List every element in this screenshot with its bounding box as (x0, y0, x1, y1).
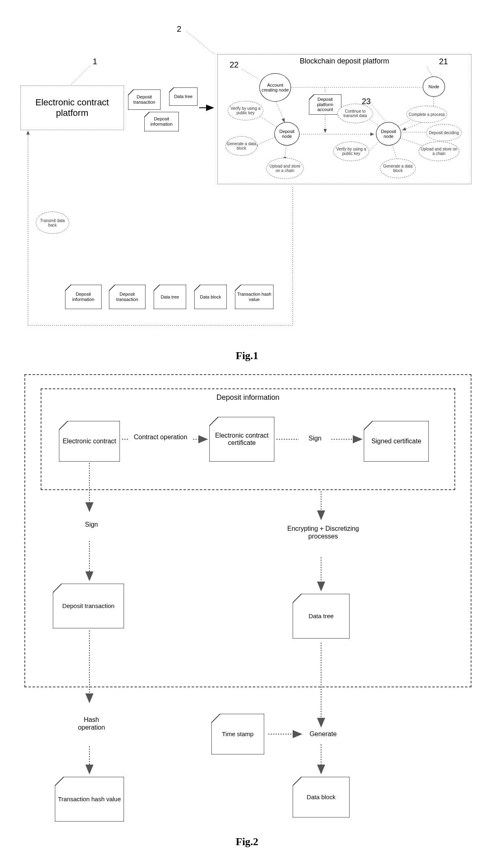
deposit-deciding-ellipse: Deposit deciding (426, 124, 462, 141)
f1-deposit-information: Deposit information (144, 112, 179, 131)
ret-di-label: Deposit information (67, 285, 100, 309)
hash-op-text: Hash operation (71, 716, 112, 731)
acn-label: Account creating node (260, 83, 291, 92)
ret-thash-label: Transaction hash value (237, 285, 272, 309)
ecp-label: Electronic contract platform (21, 97, 124, 119)
upload-r-label: Upload and store on a chain (419, 147, 459, 156)
dt2-label: Deposit transaction (54, 584, 122, 628)
sign-text: Sign (301, 434, 329, 442)
sc-label: Signed certificate (365, 421, 427, 462)
deposit-node-right: Deposit node (376, 122, 401, 146)
contract-operation-text: Contract operation (130, 433, 191, 441)
f1-dt-label: Deposit transaction (130, 89, 159, 110)
ret-dtree-label: Data tree (155, 285, 185, 309)
depnode-l-label: Deposit node (275, 129, 299, 139)
generate-text: Generate (305, 730, 341, 738)
th-label: Transaction hash value (56, 777, 122, 822)
f1-data-tree: Data tree (169, 87, 198, 106)
deposit-node-left: Deposit node (274, 122, 300, 146)
ecc-label: Electronic contract certificate (211, 417, 273, 462)
deposit-platform-account: Deposit platform account (309, 94, 341, 115)
upload-l-label: Upload and store on a chain (267, 164, 303, 173)
ret-dblock-label: Data block (196, 285, 225, 309)
gen-block-ellipse-right: Generate a data block (380, 159, 416, 178)
f1-deposit-transaction: Deposit transaction (128, 89, 161, 110)
dpa-label: Deposit platform account (311, 94, 340, 115)
ret-dt-label: Deposit transaction (111, 285, 144, 309)
ret-deposit-transaction: Deposit transaction (109, 285, 146, 309)
gen-block-ellipse-left: Generate a data block (226, 136, 257, 156)
ref-label-22: 22 (230, 60, 239, 70)
svg-line-1 (187, 32, 215, 55)
di-title-label: Deposit information (216, 393, 279, 402)
timestamp-f2: Time stamp (211, 714, 264, 754)
tdb-label: Transmit data back (36, 218, 69, 227)
ret-deposit-information: Deposit information (65, 285, 102, 309)
complete-process-ellipse: Complete a process (406, 106, 447, 123)
dtree2-label: Data tree (294, 594, 348, 639)
ts-label: Time stamp (213, 714, 263, 754)
node-circle: Node (423, 76, 445, 97)
encrypting-text: Encrypting + Discretizing processes (287, 525, 360, 540)
depdec-label: Deposit deciding (429, 131, 459, 135)
account-creating-node: Account creating node (259, 73, 291, 102)
db-label: Data block (294, 777, 348, 817)
verify-ellipse-right: Verify by using a public key (333, 142, 369, 161)
ret-transaction-hash: Transaction hash value (235, 285, 274, 309)
fig1-caption: Fig.1 (236, 350, 259, 362)
genb-l-label: Generate a data block (226, 142, 257, 150)
upload-ellipse-left: Upload and store on a chain (266, 158, 304, 179)
ref-label-2: 2 (177, 24, 181, 34)
ret-data-block: Data block (194, 285, 227, 309)
depnode-r-label: Deposit node (376, 129, 401, 139)
diagram-canvas: Electronic contract platform 1 Deposit t… (8, 8, 496, 854)
svg-line-0 (71, 65, 91, 85)
ret-data-tree: Data tree (154, 285, 186, 309)
upload-ellipse-right: Upload and store on a chain (419, 142, 459, 161)
ref-label-1: 1 (93, 57, 97, 66)
ref-label-21: 21 (439, 57, 448, 66)
contt-label: Continue to transmit data (338, 109, 373, 118)
data-block-f2: Data block (293, 777, 350, 817)
ec-label: Electronic contract (61, 421, 118, 462)
signed-certificate: Signed certificate (364, 421, 429, 462)
transmit-data-back-ellipse: Transmit data back (36, 211, 69, 234)
electronic-contract-platform: Electronic contract platform (20, 85, 124, 130)
continue-transmit-ellipse: Continue to transmit data (337, 104, 373, 123)
f1-di-label: Deposit information (146, 112, 177, 131)
deposit-transaction-f2: Deposit transaction (53, 584, 124, 628)
transaction-hash-f2: Transaction hash value (55, 777, 124, 822)
f1-dtree-label: Data tree (171, 87, 196, 106)
verify-ellipse-left: Verify by using a public key (228, 101, 263, 120)
genb-r-label: Generate a data block (380, 164, 415, 173)
electronic-contract: Electronic contract (59, 421, 120, 462)
sign-text-2: Sign (79, 521, 104, 528)
node-label: Node (428, 84, 439, 89)
verify-l-label: Verify by using a public key (228, 106, 263, 115)
data-tree-f2: Data tree (293, 594, 350, 639)
verify-r-label: Verify by using a public key (334, 147, 369, 156)
bcdp-title: Blockchain deposit platform (300, 57, 389, 66)
electronic-contract-certificate: Electronic contract certificate (209, 417, 274, 462)
fig2-caption: Fig.2 (236, 836, 259, 848)
complete-label: Complete a process (409, 112, 445, 117)
